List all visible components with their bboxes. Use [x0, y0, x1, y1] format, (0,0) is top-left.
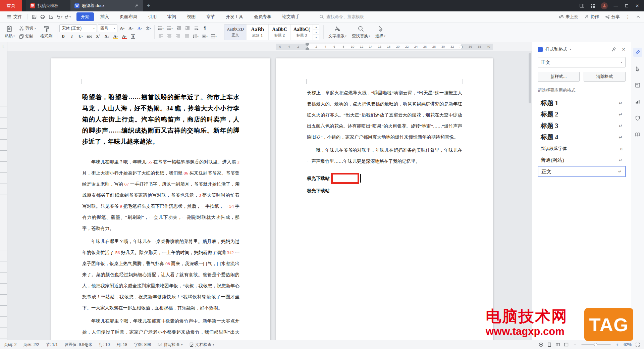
styles-scroll-down-button[interactable]: ▾ [313, 30, 319, 35]
command-search[interactable]: 查找命令、搜索模板 [319, 14, 364, 20]
tab-member[interactable]: 会员专享 [250, 12, 276, 21]
tab-paper-assistant[interactable]: 论文助手 [278, 12, 304, 21]
borders-button[interactable]: ▾ [210, 33, 218, 40]
fullscreen-button[interactable] [635, 342, 640, 347]
layout-switch-button[interactable] [577, 0, 587, 11]
inline-text-line[interactable]: 极光下载站 [307, 176, 330, 182]
maximize-button[interactable] [621, 0, 632, 11]
layout-tool-button[interactable] [633, 81, 642, 90]
font-family-select[interactable]: 宋体 (正文)▾ [59, 24, 97, 32]
new-style-button[interactable]: 新样式... [538, 72, 580, 82]
chart-tool-button[interactable] [633, 97, 642, 106]
style-cell-heading3[interactable]: AaBbC( 标题 3 [291, 24, 313, 40]
clear-format-button[interactable]: 清除格式 [584, 72, 626, 82]
view-page-button[interactable] [547, 342, 552, 347]
strikethrough-button[interactable]: abc [86, 33, 93, 40]
numbered-list-button[interactable]: ▾ [166, 24, 174, 32]
style-item-web-normal[interactable]: 普通(网站) ↵ [538, 154, 626, 166]
justify-button[interactable] [183, 33, 191, 40]
protect-tool-button[interactable] [633, 113, 642, 122]
doc-paragraph[interactable]: 长梯上，拿起火把点燃导火线，“噼里啪啦”响彻云霄，“出天星”这一挂鞭主人要挑最大… [307, 87, 462, 143]
collapse-ribbon-button[interactable] [636, 14, 641, 19]
underline-button[interactable]: U▾ [77, 33, 85, 40]
align-center-button[interactable] [165, 33, 173, 40]
print-preview-button[interactable] [47, 13, 55, 21]
style-item-heading-2[interactable]: 标题 2 ↵ [538, 109, 626, 120]
typeset-button[interactable]: 文字排版▾ [326, 23, 349, 41]
docer-template-tab[interactable]: 稻 找稿壳模板 [26, 0, 70, 11]
superscript-button[interactable]: X2 [94, 33, 102, 40]
doc-paragraph[interactable]: 哦，年味儿在爷爷的对联里，年味儿在妈妈准备的美味佳肴里，年味儿在一声声爆竹里……… [307, 145, 462, 167]
zoom-level[interactable]: 62% [624, 342, 632, 347]
edit-tool-button[interactable] [633, 48, 642, 57]
line-spacing-button[interactable]: ▾ [192, 33, 200, 40]
format-painter-button[interactable]: 格式刷 [38, 23, 55, 41]
close-panel-button[interactable]: ✕ [622, 47, 626, 52]
style-item-body-selected[interactable]: 正文 ↵ [538, 166, 626, 177]
cloud-status-button[interactable]: 未上云 [559, 14, 578, 20]
apps-grid-button[interactable] [587, 0, 598, 11]
current-style-select[interactable]: 正文 ▾ [538, 57, 626, 67]
find-replace-button[interactable]: 查找替换▾ [349, 23, 373, 41]
text-direction-button[interactable] [192, 24, 200, 32]
home-tab-button[interactable]: 首页 [0, 0, 22, 11]
style-cell-heading1[interactable]: AaBb 标题 1 [247, 24, 269, 40]
tab-section[interactable]: 章节 [202, 12, 219, 21]
subscript-button[interactable]: X2 [103, 33, 111, 40]
tab-dev-tools[interactable]: 开发工具 [221, 12, 248, 21]
styles-more-button[interactable]: ▾ [313, 35, 319, 40]
pin-icon[interactable] [134, 3, 139, 8]
more-menu-button[interactable]: ⋮ [626, 14, 630, 19]
tab-home[interactable]: 开始 [76, 12, 94, 21]
style-cell-heading2[interactable]: AaBbC 标题 2 [269, 24, 291, 40]
view-read-button[interactable] [555, 342, 560, 347]
decrease-indent-button[interactable] [175, 24, 182, 32]
status-word-count[interactable]: 字数: 898 [134, 342, 151, 348]
phonetic-guide-button[interactable]: 文▾ [145, 25, 152, 32]
cut-button[interactable]: 剪切▾ [17, 25, 38, 32]
redo-button[interactable]: ▾ [63, 13, 72, 21]
view-web-button[interactable] [564, 342, 569, 347]
minimize-button[interactable]: — [610, 0, 621, 11]
italic-button[interactable]: I [68, 33, 76, 40]
highlight-color-button[interactable]: A▾ [112, 33, 119, 40]
tab-page-layout[interactable]: 页面布局 [115, 12, 142, 21]
increase-font-button[interactable]: A+ [118, 25, 126, 32]
tab-review[interactable]: 审阅 [163, 12, 180, 21]
print-button[interactable] [38, 13, 47, 21]
right-indent-marker[interactable] [460, 46, 463, 48]
close-button[interactable]: ✕ [632, 0, 643, 11]
show-paragraph-marks-button[interactable]: ¶ [201, 24, 209, 32]
doc-paragraph[interactable]: 年味儿在哪里？哦，年味儿在那震耳欲聋的爆竹声中。新年第一天零点开始，人们便没了睡… [82, 315, 239, 340]
panel-title-caret-icon[interactable]: ▾ [570, 48, 571, 51]
paste-button[interactable]: 粘贴▾ [2, 23, 17, 41]
style-item-heading-3[interactable]: 标题 3 ↵ [538, 120, 626, 132]
zoom-slider[interactable] [581, 344, 611, 345]
doc-check-button[interactable]: 文档检查▾ [189, 342, 214, 348]
select-tool-button[interactable] [633, 64, 642, 73]
document-tab-active[interactable]: W 盼望着.docx [70, 0, 143, 11]
zoom-knob[interactable] [594, 343, 597, 346]
share-button[interactable]: 分享 [605, 14, 620, 20]
select-button[interactable]: 选择▾ [373, 23, 388, 41]
save-button[interactable] [30, 13, 38, 21]
new-tab-button[interactable]: + [143, 0, 154, 11]
undo-button[interactable]: ▾ [55, 13, 63, 21]
align-left-button[interactable] [157, 33, 164, 40]
text-effects-button[interactable]: A▾ [136, 25, 144, 32]
pin-panel-button[interactable] [611, 47, 616, 52]
tab-view[interactable]: 视图 [182, 12, 200, 21]
tab-references[interactable]: 引用 [144, 12, 161, 21]
shading-button[interactable]: ▾ [201, 33, 209, 40]
tab-insert[interactable]: 插入 [96, 12, 113, 21]
user-avatar[interactable] [601, 2, 608, 9]
inline-text-line[interactable]: 极光下载站 [307, 185, 462, 196]
reader-tool-button[interactable] [633, 130, 642, 139]
collaborate-button[interactable]: 协作 [584, 14, 599, 20]
align-right-button[interactable] [174, 33, 182, 40]
bold-button[interactable]: B [59, 33, 67, 40]
tab-stop-selector[interactable]: L [0, 42, 7, 51]
eye-protection-button[interactable] [539, 342, 543, 347]
spell-check-button[interactable]: 拼写检查▾ [158, 342, 182, 348]
increase-indent-button[interactable] [183, 24, 191, 32]
